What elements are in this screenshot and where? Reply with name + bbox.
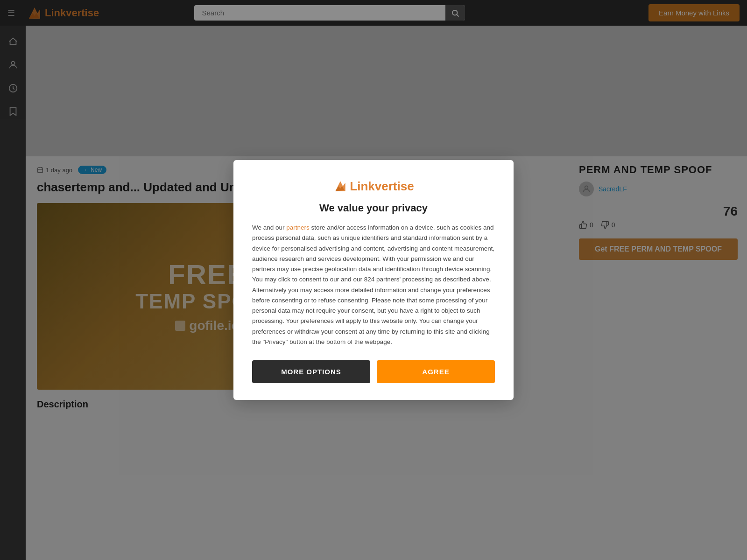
modal-logo: Linkvertise <box>252 179 495 194</box>
modal-logo-text: Linkvertise <box>350 179 414 193</box>
more-options-button[interactable]: MORE OPTIONS <box>252 360 370 383</box>
modal-logo-icon <box>333 179 348 194</box>
privacy-modal: Linkvertise We value your privacy We and… <box>233 160 514 400</box>
modal-buttons: MORE OPTIONS AGREE <box>252 360 495 383</box>
partners-link[interactable]: partners <box>286 224 310 231</box>
agree-button[interactable]: AGREE <box>377 360 495 383</box>
modal-body-text: We and our partners store and/or access … <box>252 223 495 347</box>
modal-title: We value your privacy <box>252 202 495 214</box>
